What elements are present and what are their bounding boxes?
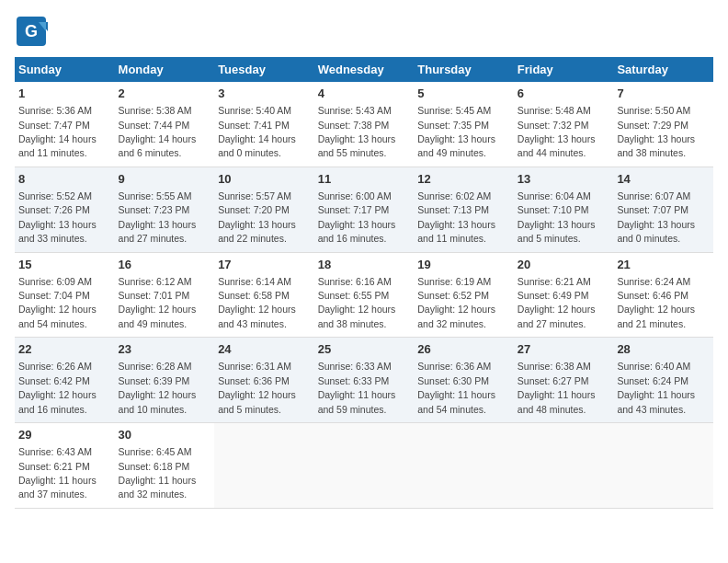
col-friday: Friday [514, 57, 614, 82]
col-monday: Monday [115, 57, 215, 82]
day-sunset: Sunset: 7:04 PM [18, 290, 90, 301]
day-number: 3 [218, 86, 311, 102]
table-row: 20 Sunrise: 6:21 AM Sunset: 6:49 PM Dayl… [514, 252, 614, 338]
day-sunset: Sunset: 7:10 PM [518, 204, 589, 215]
day-sunset: Sunset: 7:17 PM [318, 204, 390, 215]
day-sunset: Sunset: 6:42 PM [18, 375, 90, 386]
table-row: 17 Sunrise: 6:14 AM Sunset: 6:58 PM Dayl… [214, 252, 314, 338]
logo: G [15, 15, 50, 48]
table-row: 28 Sunrise: 6:40 AM Sunset: 6:24 PM Dayl… [613, 338, 713, 423]
day-daylight: Daylight: 12 hours and 27 minutes. [518, 304, 596, 328]
day-daylight: Daylight: 12 hours and 43 minutes. [218, 304, 296, 328]
day-daylight: Daylight: 13 hours and 38 minutes. [617, 133, 695, 158]
day-sunset: Sunset: 7:41 PM [218, 120, 290, 131]
day-sunset: Sunset: 7:38 PM [318, 120, 390, 131]
day-sunset: Sunset: 6:33 PM [318, 375, 390, 386]
day-sunset: Sunset: 6:18 PM [119, 461, 190, 472]
day-sunset: Sunset: 7:44 PM [119, 120, 190, 131]
day-sunrise: Sunrise: 6:00 AM [318, 190, 392, 201]
table-row: 23 Sunrise: 6:28 AM Sunset: 6:39 PM Dayl… [115, 338, 215, 423]
day-sunset: Sunset: 6:52 PM [417, 290, 489, 301]
day-sunset: Sunset: 7:32 PM [518, 120, 589, 131]
day-sunrise: Sunrise: 6:31 AM [218, 361, 291, 372]
day-sunrise: Sunrise: 6:21 AM [518, 276, 591, 287]
table-row: 1 Sunrise: 5:36 AM Sunset: 7:47 PM Dayli… [15, 82, 115, 167]
day-sunrise: Sunrise: 5:57 AM [218, 190, 291, 201]
table-row: 7 Sunrise: 5:50 AM Sunset: 7:29 PM Dayli… [613, 82, 713, 167]
day-sunrise: Sunrise: 5:52 AM [18, 190, 92, 201]
day-number: 18 [318, 257, 411, 273]
table-row: 8 Sunrise: 5:52 AM Sunset: 7:26 PM Dayli… [15, 167, 115, 252]
day-sunset: Sunset: 7:01 PM [119, 290, 190, 301]
day-sunrise: Sunrise: 5:48 AM [518, 105, 591, 116]
table-row: 21 Sunrise: 6:24 AM Sunset: 6:46 PM Dayl… [613, 252, 713, 338]
day-number: 17 [218, 257, 311, 273]
calendar-week-row: 22 Sunrise: 6:26 AM Sunset: 6:42 PM Dayl… [15, 338, 713, 423]
day-daylight: Daylight: 13 hours and 49 minutes. [417, 133, 495, 158]
day-sunset: Sunset: 6:27 PM [518, 375, 589, 386]
table-row [314, 423, 415, 509]
day-sunset: Sunset: 6:49 PM [518, 290, 589, 301]
day-number: 29 [18, 427, 111, 443]
day-number: 30 [119, 427, 211, 443]
day-sunset: Sunset: 6:36 PM [218, 375, 290, 386]
svg-text:G: G [25, 22, 38, 40]
day-sunrise: Sunrise: 5:36 AM [18, 105, 92, 116]
day-number: 6 [518, 86, 610, 102]
day-number: 19 [417, 257, 510, 273]
col-tuesday: Tuesday [214, 57, 314, 82]
table-row [214, 423, 314, 509]
day-number: 11 [318, 171, 411, 188]
day-daylight: Daylight: 13 hours and 27 minutes. [119, 219, 197, 244]
table-row: 2 Sunrise: 5:38 AM Sunset: 7:44 PM Dayli… [115, 82, 215, 167]
day-sunset: Sunset: 6:58 PM [218, 290, 290, 301]
day-number: 16 [119, 257, 211, 273]
day-sunrise: Sunrise: 6:33 AM [318, 361, 392, 372]
day-sunrise: Sunrise: 6:45 AM [119, 446, 192, 457]
day-daylight: Daylight: 12 hours and 16 minutes. [18, 389, 97, 414]
day-daylight: Daylight: 13 hours and 55 minutes. [318, 133, 396, 158]
day-daylight: Daylight: 13 hours and 11 minutes. [417, 219, 495, 244]
day-sunrise: Sunrise: 6:40 AM [617, 361, 690, 372]
table-row: 5 Sunrise: 5:45 AM Sunset: 7:35 PM Dayli… [414, 82, 514, 167]
day-number: 9 [119, 171, 211, 188]
day-sunset: Sunset: 7:23 PM [119, 204, 190, 215]
table-row: 30 Sunrise: 6:45 AM Sunset: 6:18 PM Dayl… [115, 423, 215, 509]
day-sunrise: Sunrise: 6:28 AM [119, 361, 192, 372]
day-daylight: Daylight: 12 hours and 54 minutes. [18, 304, 97, 328]
table-row: 15 Sunrise: 6:09 AM Sunset: 7:04 PM Dayl… [15, 252, 115, 338]
table-row: 25 Sunrise: 6:33 AM Sunset: 6:33 PM Dayl… [314, 338, 415, 423]
day-sunrise: Sunrise: 5:43 AM [318, 105, 392, 116]
calendar-header-row: Sunday Monday Tuesday Wednesday Thursday… [15, 57, 713, 82]
calendar-week-row: 8 Sunrise: 5:52 AM Sunset: 7:26 PM Dayli… [15, 167, 713, 252]
day-sunrise: Sunrise: 5:45 AM [417, 105, 491, 116]
day-daylight: Daylight: 11 hours and 48 minutes. [518, 389, 596, 414]
day-number: 12 [417, 171, 510, 188]
day-sunrise: Sunrise: 5:40 AM [218, 105, 291, 116]
table-row: 27 Sunrise: 6:38 AM Sunset: 6:27 PM Dayl… [514, 338, 614, 423]
table-row: 19 Sunrise: 6:19 AM Sunset: 6:52 PM Dayl… [414, 252, 514, 338]
day-daylight: Daylight: 13 hours and 16 minutes. [318, 219, 396, 244]
day-sunrise: Sunrise: 6:24 AM [617, 276, 690, 287]
day-sunset: Sunset: 6:39 PM [119, 375, 190, 386]
calendar-week-row: 1 Sunrise: 5:36 AM Sunset: 7:47 PM Dayli… [15, 82, 713, 167]
day-daylight: Daylight: 14 hours and 11 minutes. [18, 133, 97, 158]
table-row: 4 Sunrise: 5:43 AM Sunset: 7:38 PM Dayli… [314, 82, 415, 167]
day-number: 20 [518, 257, 610, 273]
day-number: 8 [18, 171, 111, 188]
day-sunrise: Sunrise: 5:50 AM [617, 105, 690, 116]
calendar-table: Sunday Monday Tuesday Wednesday Thursday… [15, 57, 713, 509]
table-row: 29 Sunrise: 6:43 AM Sunset: 6:21 PM Dayl… [15, 423, 115, 509]
calendar-week-row: 15 Sunrise: 6:09 AM Sunset: 7:04 PM Dayl… [15, 252, 713, 338]
day-sunset: Sunset: 6:55 PM [318, 290, 390, 301]
day-number: 14 [617, 171, 710, 188]
day-daylight: Daylight: 12 hours and 38 minutes. [318, 304, 396, 328]
day-number: 1 [18, 86, 111, 102]
day-daylight: Daylight: 12 hours and 10 minutes. [119, 389, 197, 414]
day-sunset: Sunset: 6:21 PM [18, 461, 90, 472]
day-sunset: Sunset: 7:35 PM [417, 120, 489, 131]
day-daylight: Daylight: 12 hours and 5 minutes. [218, 389, 296, 414]
day-sunrise: Sunrise: 6:09 AM [18, 276, 92, 287]
table-row: 11 Sunrise: 6:00 AM Sunset: 7:17 PM Dayl… [314, 167, 415, 252]
day-number: 15 [18, 257, 111, 273]
